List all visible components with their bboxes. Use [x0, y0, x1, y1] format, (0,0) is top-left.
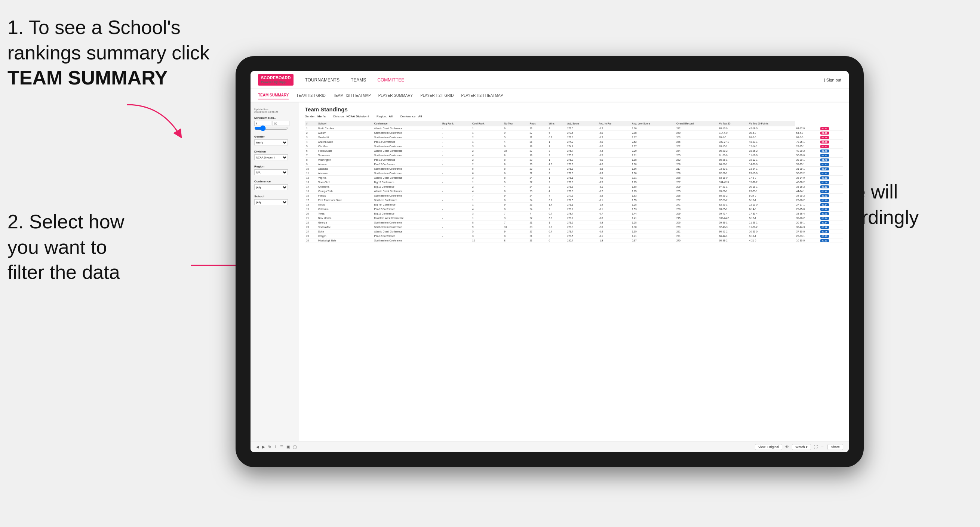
table-row: 25OregonPac-12 Conference-38210278.5-3.1…: [305, 234, 843, 238]
score-badge: 80.16: [820, 199, 829, 202]
rou-slider[interactable]: [254, 127, 288, 130]
minimum-rou-filter: Minimum Rou...: [254, 116, 295, 130]
col-avg-par: Avg. to Par: [597, 121, 630, 126]
col-rnds: Rnds: [528, 121, 547, 126]
col-wins: Wins: [547, 121, 566, 126]
main-content: Update time: 27/03/2024 16:56:26 Minimum…: [250, 102, 849, 441]
table-body: 1North CarolinaAtlantic Coast Conference…: [305, 126, 843, 243]
division-filter: Division NCAA Division I NCAA Division I…: [254, 150, 295, 160]
table-row: 13Texas TechBig 12 Conference-19272276.0…: [305, 180, 843, 185]
score-badge: 81.49: [820, 159, 829, 162]
table-row: 10AlabamaSoutheastern Conference-5823327…: [305, 167, 843, 171]
col-rank: #: [305, 121, 317, 126]
sub-nav: TEAM SUMMARY TEAM H2H GRID TEAM H2H HEAT…: [250, 89, 849, 102]
table-row: 18IllinoisBig Ten Conference-19231.4279.…: [305, 203, 843, 207]
table-row: 16FloridaSoutheastern Conference-7924427…: [305, 194, 843, 198]
sub-nav-team-summary[interactable]: TEAM SUMMARY: [258, 92, 289, 99]
table-title: Team Standings: [305, 106, 843, 113]
conference-filter: Conference (All): [254, 180, 295, 190]
table-row: 23Texas A&MSoutheastern Conference-91030…: [305, 225, 843, 230]
score-badge: 80.13: [820, 239, 829, 242]
table-row: 5Ole MissSoutheastern Conference-3618127…: [305, 144, 843, 149]
score-badge: 86.58: [820, 136, 829, 139]
col-no-tour: No Tour: [503, 121, 528, 126]
sub-nav-team-h2h-heatmap[interactable]: TEAM H2H HEATMAP: [333, 92, 371, 99]
bottom-toolbar: ◀ ▶ ↻ ⇧ ☰ ▣ ◯ View: Original 👁 Watch ▾ ⛶…: [250, 441, 849, 452]
table-row: 2AuburnSoutheastern Conference-19276273.…: [305, 131, 843, 135]
col-school: School: [317, 121, 373, 126]
watch-btn[interactable]: Watch ▾: [792, 444, 811, 450]
table-row: 22GeorgiaSoutheastern Conference-8721127…: [305, 221, 843, 225]
score-badge: 80.14: [820, 203, 829, 206]
arrow-1: [116, 101, 191, 146]
table-row: 3VanderbiltSoutheastern Conference-25216…: [305, 135, 843, 140]
col-vs-top25: Vs Top 25: [718, 121, 748, 126]
instruction-step2: 2. Select how you want to filter the dat…: [8, 209, 202, 285]
tablet-screen: SCOREBOARD Powered by clippi TOURNAMENTS…: [250, 71, 849, 452]
nav-committee[interactable]: COMMITTEE: [377, 76, 404, 84]
table-row: 14OklahomaBig 12 Conference-24242276.9-3…: [305, 185, 843, 189]
sub-nav-team-h2h-grid[interactable]: TEAM H2H GRID: [296, 92, 325, 99]
clock-icon[interactable]: ◯: [293, 445, 297, 449]
score-badge: 82.73: [820, 149, 829, 152]
table-row: 1North CarolinaAtlantic Coast Conference…: [305, 126, 843, 131]
table-row: 21New MexicoMountain West Conference-132…: [305, 216, 843, 221]
bookmark-icon[interactable]: ☰: [280, 445, 283, 449]
sub-nav-player-h2h-heatmap[interactable]: PLAYER H2H HEATMAP: [461, 92, 503, 99]
division-select[interactable]: NCAA Division I NCAA Division II: [254, 154, 288, 160]
col-conf-rank: Conf Rank: [471, 121, 503, 126]
reload-icon[interactable]: ↻: [268, 445, 271, 449]
nav-teams[interactable]: TEAMS: [351, 76, 366, 84]
table-row: 26Mississippi StateSoutheastern Conferen…: [305, 238, 843, 243]
table-row: 24DukeAtlantic Coast Conference-59270.42…: [305, 230, 843, 234]
table-row: 17East Tennessee StateSouthern Conferenc…: [305, 198, 843, 203]
sub-nav-player-h2h-grid[interactable]: PLAYER H2H GRID: [420, 92, 453, 99]
update-time: Update time: 27/03/2024 16:56:26: [254, 108, 295, 113]
tabs-icon[interactable]: ▣: [286, 445, 290, 449]
school-select[interactable]: (All): [254, 199, 288, 205]
gender-select[interactable]: Men's Women's: [254, 140, 288, 145]
score-badge: 80.23: [820, 163, 829, 166]
more-icon[interactable]: ⋯: [821, 445, 824, 449]
sidebar-filters: Update time: 27/03/2024 16:56:26 Minimum…: [250, 102, 299, 441]
resize-icon[interactable]: ⛶: [814, 445, 818, 449]
score-badge: 80.12: [820, 176, 829, 179]
score-badge: 80.18: [820, 235, 829, 238]
standings-table: # School Conference Rag Rank Conf Rank N…: [305, 121, 843, 243]
share-icon-small[interactable]: ⇧: [274, 445, 277, 449]
share-btn[interactable]: Share: [827, 444, 843, 450]
score-badge: 89.11: [820, 127, 829, 130]
score-badge: 80.14: [820, 217, 829, 220]
score-badge: 80.47: [820, 190, 829, 193]
score-badge: 80.27: [820, 208, 829, 211]
score-badge: 83.27: [820, 145, 829, 148]
score-badge: 80.98: [820, 230, 829, 233]
table-filter-row: Gender: Men's Division: NCAA Division I …: [305, 115, 843, 118]
nav-items: TOURNAMENTS TEAMS COMMITTEE: [305, 76, 824, 84]
score-badge: 82.21: [820, 154, 829, 157]
view-original-btn[interactable]: View: Original: [755, 444, 782, 450]
score-badge: 80.91: [820, 212, 829, 215]
conference-select[interactable]: (All): [254, 184, 288, 190]
tablet: SCOREBOARD Powered by clippi TOURNAMENTS…: [235, 56, 864, 467]
table-area: Team Standings Gender: Men's Division: N…: [299, 102, 849, 441]
score-badge: 80.12: [820, 186, 829, 188]
sign-out[interactable]: | Sign out: [824, 78, 841, 82]
col-overall: Overall Record: [675, 121, 718, 126]
col-avg-low: Avg. Low Score: [630, 121, 675, 126]
nav-tournaments[interactable]: TOURNAMENTS: [305, 76, 339, 84]
col-rag-rank: Rag Rank: [441, 121, 471, 126]
eye-icon: 👁: [785, 445, 789, 449]
table-row: 7TennesseeSoutheastern Conference-481822…: [305, 153, 843, 158]
score-badge: 80.21: [820, 172, 829, 175]
gender-filter: Gender Men's Women's: [254, 135, 295, 145]
col-conference: Conference: [373, 121, 441, 126]
score-badge: 80.04: [820, 167, 829, 170]
nav-bar: SCOREBOARD Powered by clippi TOURNAMENTS…: [250, 71, 849, 89]
forward-icon[interactable]: ▶: [262, 445, 265, 449]
table-row: 9ArizonaPac-12 Conference-28234.6276.3-4…: [305, 162, 843, 167]
score-badge: 87.21: [820, 132, 829, 135]
sub-nav-player-summary[interactable]: PLAYER SUMMARY: [379, 92, 413, 99]
region-select[interactable]: N/A All: [254, 169, 288, 175]
back-icon[interactable]: ◀: [256, 445, 259, 449]
